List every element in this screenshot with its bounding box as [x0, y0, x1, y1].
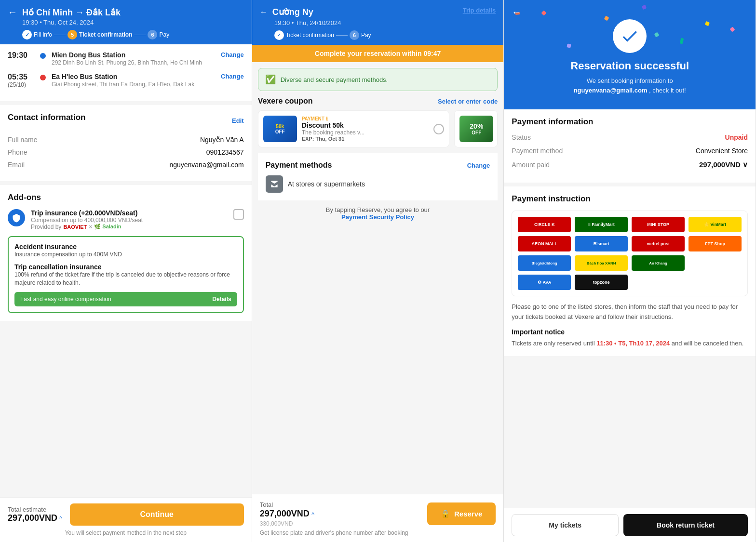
header2-left: ← Cường Ny: [260, 7, 313, 17]
steps-p1: ✓ Fill info —— 5 Ticket confirmation —— …: [22, 30, 244, 40]
step-dash-p2: ——: [336, 32, 348, 39]
coupon-radio-1[interactable]: [433, 124, 444, 134]
route-card: 19:30 Mien Dong Bus Station 292 Dinh Bo …: [0, 44, 252, 101]
total-arrow[interactable]: ^: [59, 515, 62, 522]
panel2-content: ✅ Diverse and secure payment methods. Ve…: [252, 62, 504, 494]
store-empty-1: [688, 255, 742, 271]
back-arrow-p1[interactable]: ←: [8, 7, 17, 18]
coupon-img-2: 20% OFF: [459, 116, 493, 142]
header2-row1: ← Cường Ny Trip details: [260, 7, 496, 17]
step-circle-pay: 6: [148, 30, 157, 40]
coupon-img-text: 50k: [276, 124, 284, 129]
book-return-btn[interactable]: Book return ticket: [623, 514, 748, 536]
back-arrow-p3[interactable]: ←: [512, 7, 521, 18]
departure-station: Mien Dong Bus Station: [52, 51, 215, 59]
panel-success: ← Reservation successful We sent booking…: [504, 0, 756, 542]
panel3-footer: My tickets Book return ticket: [504, 508, 756, 542]
back-arrow-p2[interactable]: ←: [260, 8, 268, 16]
insurance-provider: Provided by BAOVIET × 🌿 Saladin: [31, 224, 228, 230]
store-empty-2: [632, 275, 685, 290]
amount-value[interactable]: 297,000VND ∨: [699, 160, 748, 169]
store-viettelpost: viettel post: [632, 236, 685, 251]
panel-ticket-confirmation: ← Hồ Chí Minh → Đắk Lắk 19:30 • Thu, Oct…: [0, 0, 252, 542]
payment-instruction-title: Payment instruction: [512, 194, 748, 204]
panel1-footer: Total estimate 297,000VND ^ Continue You…: [0, 497, 252, 542]
stores-grid: CIRCLE K ≡ FamilyMart MINI STOP ⭐ VinMar…: [512, 211, 748, 296]
step-label-pay: Pay: [159, 31, 169, 38]
select-code-btn[interactable]: Select or enter code: [438, 98, 498, 105]
payment-security-link[interactable]: Payment Security Policy: [341, 213, 414, 221]
store-familymart: ≡ FamilyMart: [575, 217, 628, 232]
store-bachhoaxanh: Bách hóa XANH: [575, 255, 628, 271]
contact-title: Contact information: [8, 113, 86, 122]
store-topzone: topzone: [575, 275, 628, 290]
payment-method-label: At stores or supermarkets: [288, 180, 365, 188]
coupon-img2-off: 20%: [470, 122, 483, 130]
p2-total-amount[interactable]: 297,000VND: [260, 509, 310, 518]
secure-text: Diverse and secure payment methods.: [281, 76, 388, 83]
insurance-text: Trip insurance (+20.000VND/seat) Compens…: [31, 209, 228, 230]
status-row: Status Unpaid: [512, 133, 748, 141]
p2-total-arrow[interactable]: ^: [311, 511, 314, 518]
coupon-off-label: OFF: [275, 129, 285, 134]
p3-notice-title: Important notice: [512, 328, 748, 336]
insurance-details-btn[interactable]: Details: [212, 296, 231, 303]
departure-info: Mien Dong Bus Station 292 Dinh Bo Linh S…: [52, 51, 215, 67]
steps-p2: ✓ Ticket confirmation —— 6 Pay: [274, 30, 496, 40]
payment-method-label-p3: Payment method: [512, 147, 563, 155]
departure-time: 19:30: [8, 51, 34, 60]
reserve-icon: 🔒: [441, 509, 450, 518]
step-dash-1: ——: [54, 31, 66, 38]
store-method-icon: [266, 175, 283, 193]
insurance-checkbox[interactable]: [233, 209, 244, 220]
total-amount[interactable]: 297,000VND: [8, 513, 57, 523]
success-email: nguyenvana@gmail.com: [574, 87, 648, 94]
insurance-icon: [8, 209, 25, 226]
step-label-ticket: Ticket confirmation: [79, 31, 132, 38]
header-route-row: ← Hồ Chí Minh → Đắk Lắk: [8, 7, 244, 18]
p2-total-label: Total: [260, 501, 273, 508]
step-circle-ticket: 5: [68, 30, 77, 40]
contact-section: Contact information Edit Full name Nguyễ…: [0, 105, 252, 181]
panel3-content: Payment information Status Unpaid Paymen…: [504, 109, 756, 508]
insurance-footer: Fast and easy online compensation Detail…: [14, 292, 237, 306]
success-title: Reservation successful: [512, 60, 748, 72]
edit-contact-btn[interactable]: Edit: [232, 117, 244, 124]
departure-address: 292 Dinh Bo Linh St, Phuong 26, Binh Tha…: [52, 59, 215, 67]
step-circle-ticket-done: ✓: [274, 30, 284, 40]
store-fptshop: FPT Shop: [688, 236, 742, 251]
step-fill-info: ✓ Fill info: [22, 30, 52, 40]
step-circle-fill: ✓: [22, 30, 32, 40]
coupon-header: Vexere coupon Select or enter code: [258, 97, 498, 106]
notice-time: 11:30 • T5, Th10 17, 2024: [596, 340, 670, 347]
reserve-btn[interactable]: 🔒 Reserve: [427, 502, 496, 525]
success-header: ← Reservation successful We sent booking…: [504, 0, 756, 109]
arrival-dot: [40, 75, 46, 80]
store-vinmart: ⭐ VinMart: [688, 217, 742, 232]
change-arrival-btn[interactable]: Change: [221, 73, 244, 80]
change-departure-btn[interactable]: Change: [221, 51, 244, 58]
coupon-tag: PAYMENT ℹ: [302, 116, 429, 121]
fullname-label: Full name: [8, 136, 37, 144]
trip-details-btn[interactable]: Trip details: [463, 7, 496, 14]
header-datetime-p1: 19:30 • Thu, Oct 24, 2024: [22, 19, 244, 26]
insurance-row: Trip insurance (+20.000VND/seat) Compens…: [8, 209, 244, 230]
agreement: By tapping Reserve, you agree to our Pay…: [258, 206, 498, 221]
insurance-details-box: Accident insurance Insurance compensatio…: [8, 236, 244, 313]
contact-phone-row: Phone 0901234567: [8, 148, 244, 156]
arrival-time: 05:35 (25/10): [8, 73, 34, 88]
payment-info-title: Payment information: [512, 117, 748, 127]
coupon-card-1[interactable]: 50k OFF PAYMENT ℹ Discount 50k The booki…: [258, 110, 450, 147]
coupon-exp: EXP: Thu, Oct 31: [302, 136, 429, 142]
insurance-footer-text: Fast and easy online compensation: [20, 296, 111, 303]
my-tickets-btn[interactable]: My tickets: [512, 514, 619, 536]
payment-change-btn[interactable]: Change: [467, 162, 490, 169]
coupon-card-2[interactable]: 20% OFF: [454, 110, 498, 147]
p2-footer-row: Total 297,000VND ^ 330,000VND 🔒 Reserve: [260, 500, 496, 528]
coupon-img-1: 50k OFF: [263, 116, 297, 142]
status-label: Status: [512, 133, 531, 141]
footer-note: You will select payment method in the ne…: [8, 529, 244, 536]
p2-note: Get license plate and driver's phone num…: [260, 529, 496, 536]
continue-btn[interactable]: Continue: [70, 503, 244, 526]
coupon-scroll: 50k OFF PAYMENT ℹ Discount 50k The booki…: [258, 110, 498, 147]
